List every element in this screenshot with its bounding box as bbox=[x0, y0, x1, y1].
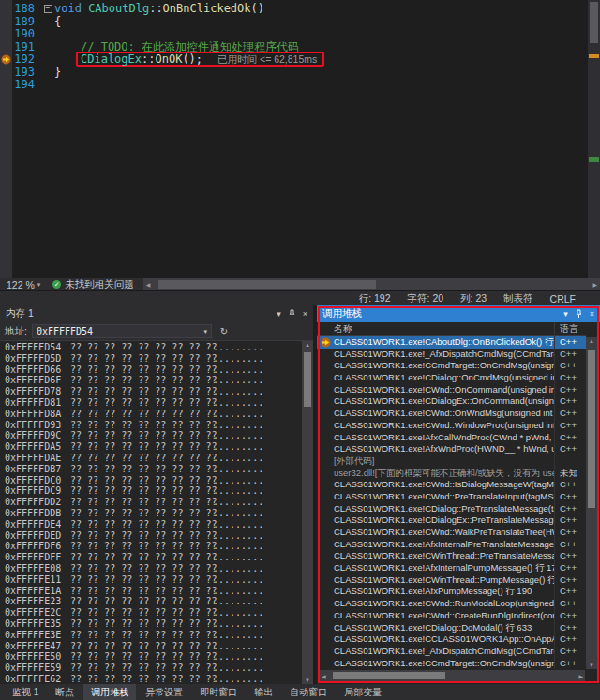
scrollbar-thumb[interactable] bbox=[588, 350, 595, 508]
callstack-frame[interactable]: CLASS01WORK1.exe!_AfxDispatchCmdMsg(CCmd… bbox=[317, 349, 586, 361]
callstack-frame[interactable]: CLASS01WORK1.exe!CWnd::OnCommand(unsigne… bbox=[317, 384, 586, 396]
callstack-frame[interactable]: CLASS01WORK1.exe!CDialog::PreTranslateMe… bbox=[317, 503, 586, 515]
callstack-frame[interactable]: user32.dll![下面的框架可能不正确和/或缺失，没有为 user32.d… bbox=[317, 468, 586, 480]
scroll-down-icon[interactable]: ▼ bbox=[302, 678, 313, 683]
memory-row[interactable]: 0xFFFFFDD2?? ?? ?? ?? ?? ?? ?? ?? ??....… bbox=[0, 497, 302, 508]
memory-row[interactable]: 0xFFFFFE2C?? ?? ?? ?? ?? ?? ?? ?? ??....… bbox=[0, 607, 302, 618]
tool-window-tab[interactable]: 输出 bbox=[247, 684, 280, 700]
memory-row[interactable]: 0xFFFFFE50?? ?? ?? ?? ?? ?? ?? ?? ??....… bbox=[0, 651, 302, 663]
memory-row[interactable]: 0xFFFFFDED?? ?? ?? ?? ?? ?? ?? ?? ??....… bbox=[0, 530, 302, 542]
memory-row[interactable]: 0xFFFFFD8A?? ?? ?? ?? ?? ?? ?? ?? ??....… bbox=[0, 409, 302, 420]
callstack-frame[interactable]: CLASS01WORK1.exe!_AfxDispatchCmdMsg(CCmd… bbox=[317, 646, 586, 658]
pin-icon[interactable] bbox=[575, 309, 583, 319]
code-line[interactable]: 190 bbox=[0, 28, 587, 41]
callstack-frame[interactable]: CLASS01WORK1.exe!CWnd::PreTranslateInput… bbox=[317, 491, 586, 503]
scrollbar-thumb[interactable] bbox=[158, 280, 376, 289]
breakpoint-gutter[interactable] bbox=[0, 28, 12, 41]
memory-row[interactable]: 0xFFFFFE47?? ?? ?? ?? ?? ?? ?? ?? ??....… bbox=[0, 641, 302, 652]
callstack-horizontal-scrollbar[interactable]: ◀ ▶ bbox=[320, 670, 585, 681]
memory-row[interactable]: 0xFFFFFE62?? ?? ?? ?? ?? ?? ?? ?? ??....… bbox=[0, 674, 302, 684]
breakpoint-gutter[interactable] bbox=[0, 41, 12, 54]
callstack-frame[interactable]: CLASS01WORK1.exe!CWnd::OnWndMsg(unsigned… bbox=[317, 408, 586, 420]
memory-vertical-scrollbar[interactable]: ▲ ▼ bbox=[302, 341, 313, 684]
memory-row[interactable]: 0xFFFFFDAE?? ?? ?? ?? ?? ?? ?? ?? ??....… bbox=[0, 453, 302, 464]
callstack-frame[interactable]: CLASS01WORK1.exe!CDialog::DoModal() 行 63… bbox=[317, 622, 586, 634]
close-icon[interactable]: × bbox=[303, 310, 308, 319]
callstack-frame[interactable]: CLASS01WORK1.exe!CDialogEx::OnCommand(un… bbox=[317, 395, 586, 408]
callstack-frame[interactable]: CLASS01WORK1.exe!CWnd::WindowProc(unsign… bbox=[317, 420, 586, 432]
memory-row[interactable]: 0xFFFFFD5D?? ?? ?? ?? ?? ?? ?? ?? ??....… bbox=[0, 353, 302, 365]
editor-horizontal-scrollbar[interactable]: ◀ ▶ bbox=[143, 278, 600, 290]
breakpoint-gutter[interactable] bbox=[0, 16, 12, 29]
memory-row[interactable]: 0xFFFFFD9C?? ?? ?? ?? ?? ?? ?? ?? ??....… bbox=[0, 430, 302, 441]
memory-row[interactable]: 0xFFFFFDDB?? ?? ?? ?? ?? ?? ?? ?? ??....… bbox=[0, 508, 302, 519]
status-tabs-mode[interactable]: 制表符 bbox=[503, 292, 533, 305]
zoom-level-select[interactable]: 122 % ▾ bbox=[0, 279, 47, 290]
tool-window-tab[interactable]: 断点 bbox=[48, 684, 82, 700]
address-combobox[interactable]: 0xFFFFFD54 ▾ bbox=[32, 324, 212, 338]
tool-window-tab[interactable]: 局部变量 bbox=[337, 684, 389, 700]
memory-titlebar[interactable]: 内存 1 ▾ × bbox=[0, 305, 313, 322]
window-position-icon[interactable]: ▾ bbox=[563, 310, 568, 319]
code-line[interactable]: 193} bbox=[0, 67, 587, 80]
memory-row[interactable]: 0xFFFFFDF6?? ?? ?? ?? ?? ?? ?? ?? ??....… bbox=[0, 541, 302, 552]
memory-row[interactable]: 0xFFFFFD93?? ?? ?? ?? ?? ?? ?? ?? ??....… bbox=[0, 420, 302, 431]
callstack-frame[interactable]: CLASS01WORK1.exe!CDialog::OnCmdMsg(unsig… bbox=[317, 372, 586, 384]
column-header-name[interactable]: 名称 bbox=[334, 322, 554, 335]
tool-window-tab[interactable]: 即时窗口 bbox=[192, 684, 245, 700]
current-statement-icon[interactable] bbox=[0, 53, 12, 67]
memory-row[interactable]: 0xFFFFFE08?? ?? ?? ?? ?? ?? ?? ?? ??....… bbox=[0, 563, 302, 574]
callstack-frame[interactable]: CLASS01WORK1.exe!AfxInternalPreTranslate… bbox=[317, 539, 586, 551]
memory-row[interactable]: 0xFFFFFDA5?? ?? ?? ?? ?? ?? ?? ?? ??....… bbox=[0, 441, 302, 453]
callstack-frame[interactable]: CLASS01WORK1.exe!CAboutDlg::OnBnClickedO… bbox=[317, 336, 586, 349]
memory-row[interactable]: 0xFFFFFE23?? ?? ?? ?? ?? ?? ?? ?? ??....… bbox=[0, 596, 302, 607]
callstack-frame[interactable]: CLASS01WORK1.exe!CWinThread::PumpMessage… bbox=[317, 574, 586, 587]
callstack-frame[interactable]: CLASS01WORK1.exe!CWnd::CreateRunDlgIndir… bbox=[317, 610, 586, 622]
code-line[interactable]: 192CDialogEx::OnOK();已用时间 <= 62,815ms bbox=[0, 53, 587, 67]
pin-icon[interactable] bbox=[288, 309, 296, 319]
scroll-right-icon[interactable]: ▶ bbox=[578, 673, 583, 679]
memory-grid[interactable]: 0xFFFFFD54?? ?? ?? ?? ?? ?? ?? ?? ??....… bbox=[0, 341, 302, 684]
tool-window-tab[interactable]: 调用堆栈 bbox=[83, 684, 136, 700]
memory-row[interactable]: 0xFFFFFDE4?? ?? ?? ?? ?? ?? ?? ?? ??....… bbox=[0, 519, 302, 530]
window-position-icon[interactable]: ▾ bbox=[277, 310, 281, 319]
memory-row[interactable]: 0xFFFFFE11?? ?? ?? ?? ?? ?? ?? ?? ??....… bbox=[0, 574, 302, 586]
callstack-titlebar[interactable]: 调用堆栈 ▾ × bbox=[317, 305, 600, 322]
memory-row[interactable]: 0xFFFFFE59?? ?? ?? ?? ?? ?? ?? ?? ??....… bbox=[0, 663, 302, 674]
callstack-frame[interactable]: CLASS01WORK1.exe!CWnd::IsDialogMessageW(… bbox=[317, 479, 586, 491]
breakpoint-gutter[interactable] bbox=[0, 3, 12, 16]
callstack-frame[interactable]: CLASS01WORK1.exe!AfxInternalPumpMessage(… bbox=[317, 562, 586, 574]
callstack-frame[interactable]: CLASS01WORK1.exe!CWinThread::PreTranslat… bbox=[317, 550, 586, 562]
callstack-vertical-scrollbar[interactable]: ▲ ▼ bbox=[586, 337, 597, 669]
scroll-right-icon[interactable]: ▶ bbox=[592, 281, 597, 288]
callstack-frame[interactable]: CLASS01WORK1.exe!AfxCallWndProc(CWnd * p… bbox=[317, 432, 586, 444]
memory-row[interactable]: 0xFFFFFD66?? ?? ?? ?? ?? ?? ?? ?? ??....… bbox=[0, 365, 302, 376]
tool-window-tab[interactable]: 自动窗口 bbox=[282, 684, 335, 700]
column-header-language[interactable]: 语言 bbox=[554, 322, 586, 335]
code-editor[interactable]: 188−void CAboutDlg::OnBnClickedOk()189{1… bbox=[0, 0, 600, 278]
memory-row[interactable]: 0xFFFFFD81?? ?? ?? ?? ?? ?? ?? ?? ??....… bbox=[0, 397, 302, 409]
code-line[interactable]: 188−void CAboutDlg::OnBnClickedOk() bbox=[0, 3, 587, 16]
document-health-indicator[interactable]: ✓ 未找到相关问题 bbox=[52, 278, 134, 291]
callstack-frame[interactable]: CLASS01WORK1.exe!CWnd::RunModalLoop(unsi… bbox=[317, 598, 586, 610]
memory-row[interactable]: 0xFFFFFDB7?? ?? ?? ?? ?? ?? ?? ?? ??....… bbox=[0, 464, 302, 475]
memory-row[interactable]: 0xFFFFFD54?? ?? ?? ?? ?? ?? ?? ?? ??....… bbox=[0, 342, 302, 353]
callstack-frame[interactable]: CLASS01WORK1.exe!AfxWndProc(HWND__ * hWn… bbox=[317, 443, 586, 455]
tool-window-tab[interactable]: 监视 1 bbox=[5, 684, 46, 700]
status-eol-mode[interactable]: CRLF bbox=[550, 293, 576, 305]
scroll-left-icon[interactable]: ◀ bbox=[322, 673, 326, 679]
editor-vertical-scrollbar[interactable] bbox=[588, 0, 600, 278]
callstack-frame[interactable]: CLASS01WORK1.exe!CWnd::WalkPreTranslateT… bbox=[317, 527, 586, 539]
callstack-frame[interactable]: CLASS01WORK1.exe!CCmdTarget::OnCmdMsg(un… bbox=[317, 658, 586, 670]
scroll-down-icon[interactable]: ▼ bbox=[586, 663, 597, 668]
callstack-frame[interactable]: CLASS01WORK1.exe!CCmdTarget::OnCmdMsg(un… bbox=[317, 360, 586, 372]
callstack-frame[interactable]: CLASS01WORK1.exe!AfxPumpMessage() 行 190C… bbox=[317, 586, 586, 598]
memory-row[interactable]: 0xFFFFFE35?? ?? ?? ?? ?? ?? ?? ?? ??....… bbox=[0, 618, 302, 630]
callstack-frame[interactable]: CLASS01WORK1.exe!CDialogEx::PreTranslate… bbox=[317, 514, 586, 527]
code-line[interactable]: 189{ bbox=[0, 16, 587, 29]
callstack-frame[interactable]: CLASS01WORK1.exe!CCLASS01WORK1App::OnApp… bbox=[317, 633, 586, 646]
memory-row[interactable]: 0xFFFFFE3E?? ?? ?? ?? ?? ?? ?? ?? ??....… bbox=[0, 630, 302, 641]
chevron-down-icon[interactable]: ▾ bbox=[203, 328, 207, 335]
scrollbar-thumb[interactable] bbox=[590, 2, 598, 43]
fold-collapse-box[interactable]: − bbox=[44, 5, 52, 13]
